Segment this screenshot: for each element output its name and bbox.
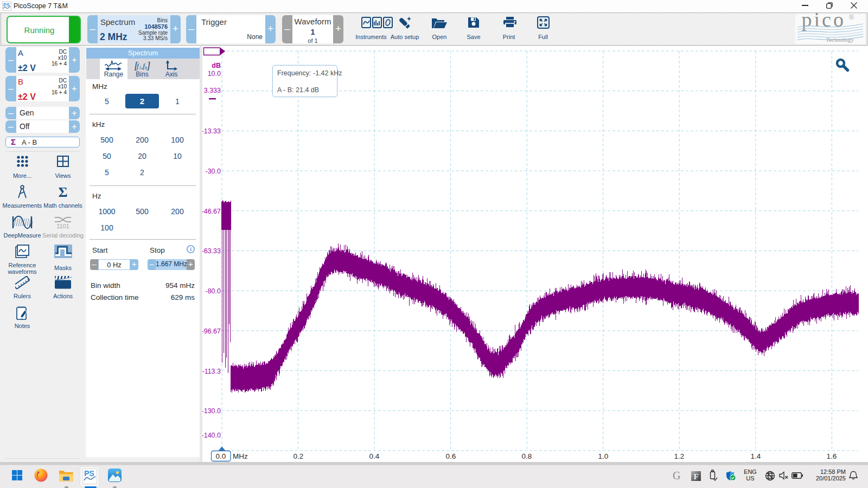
svg-text:dB: dB (212, 62, 221, 69)
svg-text:1.2: 1.2 (674, 452, 685, 460)
svg-text:0.6: 0.6 (446, 452, 456, 460)
svg-text:-63.33: -63.33 (202, 247, 221, 255)
svg-text:F: F (693, 472, 698, 481)
svg-text:MHz: MHz (233, 452, 248, 460)
svg-text:1.0: 1.0 (598, 452, 609, 460)
svg-text:PS: PS (84, 469, 94, 478)
svg-text:0.0: 0.0 (216, 452, 226, 460)
svg-text:1101: 1101 (56, 223, 69, 229)
svg-text:i: i (190, 247, 192, 252)
svg-text:1.4: 1.4 (751, 452, 761, 460)
svg-text:]: ] (146, 60, 150, 71)
svg-text:-13.33: -13.33 (202, 127, 221, 135)
svg-text:-130.0: -130.0 (202, 407, 221, 415)
svg-text:3.333: 3.333 (204, 87, 221, 94)
svg-text:0.8: 0.8 (522, 452, 532, 460)
svg-text:10.0: 10.0 (208, 70, 221, 78)
svg-text:-113.3: -113.3 (202, 368, 221, 375)
svg-text:Σ: Σ (59, 185, 68, 199)
svg-text:0.4: 0.4 (369, 452, 380, 460)
svg-text:-96.67: -96.67 (202, 328, 221, 335)
svg-text:0.2: 0.2 (293, 452, 304, 460)
svg-text:-30.0: -30.0 (206, 168, 221, 175)
svg-text:-80.0: -80.0 (206, 287, 221, 295)
svg-text:-140.0: -140.0 (202, 432, 221, 439)
svg-text:PS: PS (3, 2, 10, 8)
svg-text:1.6: 1.6 (827, 452, 837, 460)
svg-text:-46.67: -46.67 (202, 208, 221, 215)
